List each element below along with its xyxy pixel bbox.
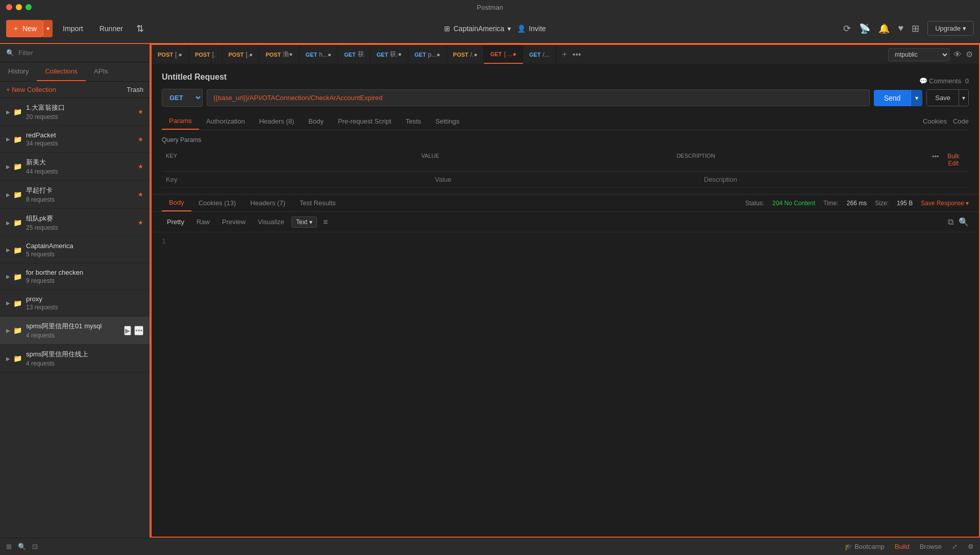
code-link[interactable]: Code bbox=[953, 117, 969, 125]
tab-post-4[interactable]: POST 渤● bbox=[259, 45, 299, 64]
env-eye-button[interactable]: 👁 bbox=[953, 50, 962, 59]
tab-get-5[interactable]: GET /... bbox=[523, 45, 556, 64]
filter-input[interactable] bbox=[18, 49, 143, 57]
bookmark-icon-button[interactable]: ⊞ bbox=[912, 23, 919, 34]
more-tabs-button[interactable]: ••• bbox=[573, 50, 581, 59]
minimize-button[interactable] bbox=[16, 4, 22, 10]
res-tab-test-results[interactable]: Test Results bbox=[292, 195, 343, 211]
collection-item[interactable]: ▶ 📁 1.大富翁接口 20 requests ★ bbox=[0, 98, 150, 126]
description-input[interactable] bbox=[700, 172, 969, 187]
tab-get-3[interactable]: GET 获.● bbox=[371, 45, 408, 64]
collection-item[interactable]: ▶ 📁 早起打卡 8 requests ★ bbox=[0, 181, 150, 209]
res-tab-cookies[interactable]: Cookies (13) bbox=[191, 195, 243, 211]
folder-icon: 📁 bbox=[13, 273, 22, 281]
save-response-button[interactable]: Save Response ▾ bbox=[921, 200, 969, 207]
close-button[interactable] bbox=[6, 4, 12, 10]
trash-button[interactable]: Trash bbox=[127, 86, 143, 93]
bottom-layout-button[interactable]: ⊞ bbox=[6, 543, 12, 550]
collection-item[interactable]: ▶ 📁 for borther checken 9 requests bbox=[0, 263, 150, 290]
tab-get-active[interactable]: GET {....● bbox=[484, 45, 523, 64]
bootcamp-button[interactable]: 🎓 Bootcamp bbox=[844, 543, 885, 550]
invite-button[interactable]: 👤 Invite bbox=[517, 25, 546, 33]
req-tab-tests[interactable]: Tests bbox=[399, 113, 428, 129]
collection-item[interactable]: ▶ 📁 组队pk赛 25 requests ★ bbox=[0, 209, 150, 237]
new-collection-button[interactable]: + New Collection bbox=[6, 86, 56, 93]
save-dropdown-button[interactable]: ▾ bbox=[959, 89, 969, 106]
build-link[interactable]: Build bbox=[895, 543, 910, 550]
sidebar-search-area: 🔍 bbox=[0, 44, 150, 62]
bottom-code-button[interactable]: ⊡ bbox=[32, 543, 38, 550]
req-tab-pre-request[interactable]: Pre-request Script bbox=[331, 113, 399, 129]
body-view-tab-pretty[interactable]: Pretty bbox=[162, 216, 189, 228]
upgrade-button[interactable]: Upgrade ▾ bbox=[927, 21, 974, 36]
send-button[interactable]: Send bbox=[874, 90, 911, 106]
req-tab-body[interactable]: Body bbox=[301, 113, 331, 129]
tab-post-2[interactable]: POST [. bbox=[189, 45, 223, 64]
collection-more-button[interactable]: ••• bbox=[134, 326, 143, 335]
sync-button[interactable]: ⇅ bbox=[133, 19, 147, 38]
req-tab-params[interactable]: Params bbox=[162, 113, 199, 130]
maximize-button[interactable] bbox=[26, 4, 32, 10]
search-response-button[interactable]: 🔍 bbox=[959, 217, 969, 227]
bottom-expand-button[interactable]: ⤢ bbox=[952, 543, 958, 550]
env-settings-button[interactable]: ⚙ bbox=[966, 50, 973, 59]
workspace-selector[interactable]: ⊞ CaptainAmerica ▾ bbox=[444, 25, 511, 33]
collection-item[interactable]: ▶ 📁 新美大 44 requests ★ bbox=[0, 153, 150, 181]
collection-name: proxy bbox=[26, 295, 143, 303]
notification-icon-button[interactable]: 🔔 bbox=[878, 23, 890, 34]
save-button[interactable]: Save bbox=[926, 89, 959, 106]
add-tab-button[interactable]: ＋ bbox=[560, 49, 569, 60]
size-value: 195 B bbox=[897, 200, 913, 207]
tab-get-2[interactable]: GET 获 bbox=[338, 45, 371, 64]
req-tab-settings[interactable]: Settings bbox=[428, 113, 467, 129]
collection-item[interactable]: ▶ 📁 proxy 13 requests bbox=[0, 290, 150, 317]
time-label: Time: bbox=[823, 200, 839, 207]
collection-item[interactable]: ▶ 📁 CaptainAmerica 5 requests bbox=[0, 237, 150, 263]
cookies-link[interactable]: Cookies bbox=[923, 117, 947, 125]
res-tab-headers[interactable]: Headers (7) bbox=[243, 195, 292, 211]
send-dropdown-button[interactable]: ▾ bbox=[911, 90, 922, 106]
browse-link[interactable]: Browse bbox=[920, 543, 942, 550]
body-view-tab-preview[interactable]: Preview bbox=[217, 216, 251, 228]
collection-name: CaptainAmerica bbox=[26, 242, 143, 250]
new-dropdown-button[interactable]: ▾ bbox=[43, 20, 53, 37]
tab-get-4[interactable]: GET p...● bbox=[408, 45, 447, 64]
tab-post-3[interactable]: POST [.● bbox=[223, 45, 260, 64]
req-tab-auth[interactable]: Authorization bbox=[199, 113, 252, 129]
environment-selector[interactable]: mtpublic bbox=[888, 48, 949, 61]
tab-get-1[interactable]: GET h...● bbox=[300, 45, 338, 64]
new-button[interactable]: ＋ New bbox=[6, 20, 43, 37]
refresh-icon-button[interactable]: ⟳ bbox=[843, 23, 851, 34]
res-tab-body[interactable]: Body bbox=[162, 195, 191, 211]
collection-item[interactable]: ▶ 📁 redPacket 34 requests ★ bbox=[0, 126, 150, 153]
tab-post-1[interactable]: POST [.● bbox=[152, 45, 189, 64]
copy-icon-button[interactable]: ⧉ bbox=[948, 217, 953, 227]
filter-icon-button[interactable]: ≡ bbox=[323, 218, 328, 227]
url-input[interactable] bbox=[207, 89, 870, 106]
bottom-settings-button[interactable]: ⚙ bbox=[968, 543, 974, 550]
collection-info: spms阿里信用住01 mysql 4 requests bbox=[26, 322, 124, 339]
tab-collections[interactable]: Collections bbox=[37, 62, 86, 81]
method-selector[interactable]: GET bbox=[162, 89, 203, 107]
body-view-tab-raw[interactable]: Raw bbox=[191, 216, 215, 228]
runner-button[interactable]: Runner bbox=[93, 20, 129, 37]
heart-icon-button[interactable]: ♥ bbox=[898, 23, 903, 34]
tab-post-5[interactable]: POST /.● bbox=[447, 45, 484, 64]
tab-apis[interactable]: APIs bbox=[86, 62, 116, 81]
send-button-group: Send ▾ bbox=[874, 90, 923, 106]
key-input[interactable] bbox=[162, 172, 431, 187]
collection-expand-button[interactable]: ▶ bbox=[124, 326, 131, 335]
bottom-search-button[interactable]: 🔍 bbox=[18, 543, 26, 550]
req-tab-headers[interactable]: Headers (8) bbox=[252, 113, 302, 129]
format-selector[interactable]: Text ▾ bbox=[291, 216, 317, 228]
collection-item-highlighted[interactable]: ▶ 📁 spms阿里信用住01 mysql 4 requests ▶ ••• bbox=[0, 317, 150, 345]
tab-history[interactable]: History bbox=[0, 62, 37, 81]
value-input[interactable] bbox=[431, 172, 700, 187]
query-params-label: Query Params bbox=[162, 136, 969, 143]
collection-item[interactable]: ▶ 📁 spms阿里信用住线上 4 requests bbox=[0, 345, 150, 373]
method-label: GET bbox=[529, 52, 541, 58]
radar-icon-button[interactable]: 📡 bbox=[859, 23, 870, 34]
bulk-edit-button[interactable]: Bulk Edit bbox=[942, 153, 965, 167]
import-button[interactable]: Import bbox=[57, 20, 89, 37]
body-view-tab-visualize[interactable]: Visualize bbox=[253, 216, 289, 228]
